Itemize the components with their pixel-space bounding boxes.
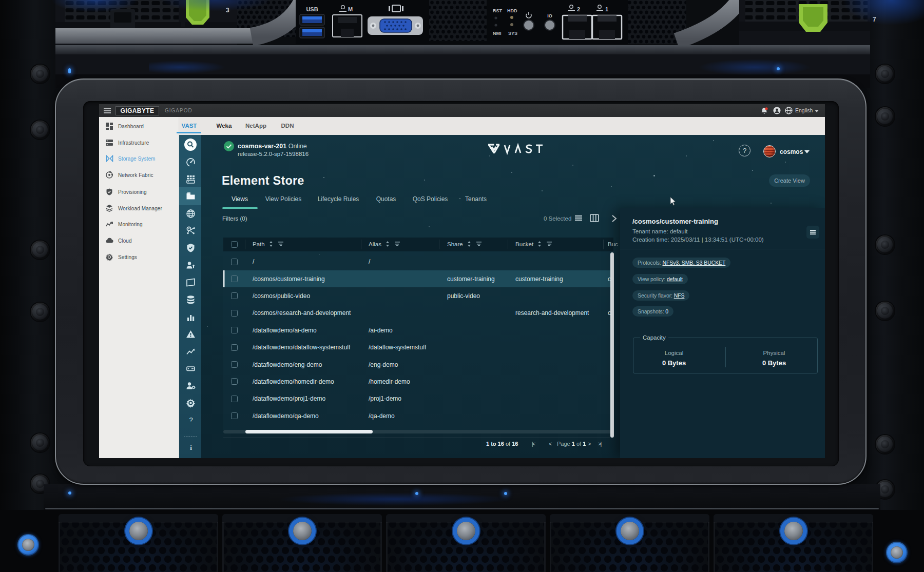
svg-text:IO: IO [547,13,552,18]
svg-text:USB: USB [306,6,318,12]
svg-text:HDD: HDD [507,8,517,13]
svg-text:SYS: SYS [508,31,517,36]
svg-text:2: 2 [577,6,580,12]
svg-text:1: 1 [605,6,608,12]
svg-text:RST: RST [493,8,503,13]
svg-text:M: M [348,6,353,12]
svg-text:NMI: NMI [493,31,502,36]
